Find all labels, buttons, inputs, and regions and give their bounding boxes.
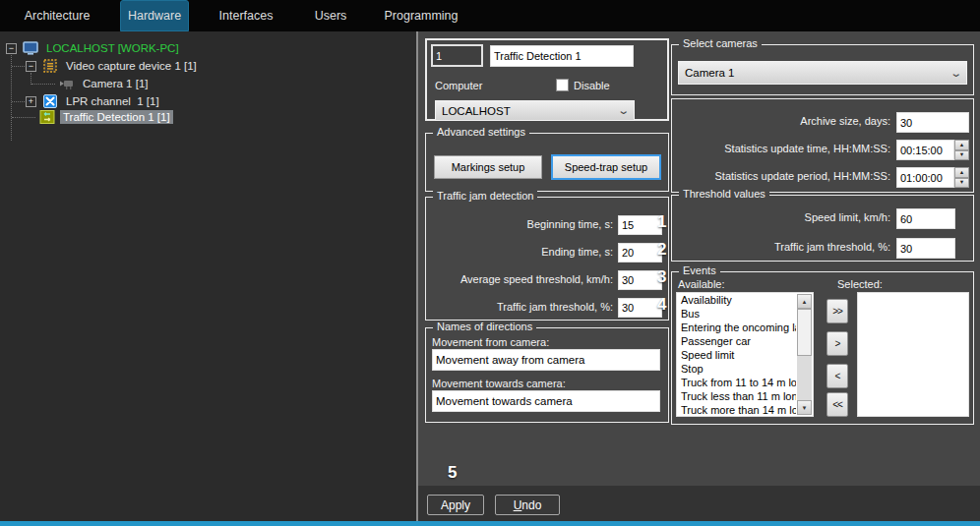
list-item[interactable]: Entering the oncoming lane <box>677 321 796 334</box>
archive-size-label: Archive size, days: <box>682 115 890 127</box>
tab-users[interactable]: Users <box>307 0 354 31</box>
scroll-down-icon[interactable]: ▼ <box>797 400 812 415</box>
disable-label: Disable <box>574 80 610 91</box>
computer-icon <box>23 41 38 55</box>
annotation-2: 2 <box>657 240 666 260</box>
events-title: Events <box>679 264 720 276</box>
scrollbar-thumb[interactable] <box>797 309 812 356</box>
beginning-time-label: Beginning time, s: <box>436 218 613 230</box>
advanced-settings-group: Advanced settings Markings setup Speed-t… <box>425 133 669 192</box>
lpr-icon <box>42 94 58 108</box>
annotation-3: 3 <box>657 267 666 287</box>
movement-towards-camera-label: Movement towards camera: <box>432 378 566 389</box>
list-item[interactable]: Truck more than 14 m long <box>677 403 796 417</box>
tree-row-camera[interactable]: Camera 1 [1] <box>59 76 151 91</box>
move-right-button[interactable]: > <box>827 331 848 356</box>
archive-size-input[interactable] <box>896 112 969 133</box>
action-bar: Apply Undo <box>418 486 980 521</box>
tree-row-traffic-detection[interactable]: Traffic Detection 1 [1] <box>39 109 173 125</box>
chevron-down-icon: ⌄ <box>617 104 630 117</box>
apply-button[interactable]: Apply <box>427 495 484 515</box>
scrollbar[interactable]: ▲ ▼ <box>797 294 812 415</box>
tree-row-video-capture-device[interactable]: − Video capture device 1 [1] <box>26 58 200 74</box>
tab-hardware[interactable]: Hardware <box>120 0 189 31</box>
collapse-expander-icon[interactable]: − <box>6 43 17 54</box>
undo-rest: ndo <box>521 498 541 512</box>
advanced-settings-title: Advanced settings <box>433 126 529 138</box>
top-tab-bar: Architecture Hardware Interfaces Users P… <box>0 0 980 31</box>
disable-checkbox[interactable] <box>556 79 569 91</box>
list-item[interactable]: Truck from 11 to 14 m long <box>677 376 796 389</box>
name-field[interactable] <box>490 45 634 67</box>
annotation-5: 5 <box>448 463 457 483</box>
select-cameras-title: Select cameras <box>679 37 762 49</box>
undo-button[interactable]: Undo <box>495 495 560 515</box>
available-events-list[interactable]: Availability Bus Entering the oncoming l… <box>676 292 814 417</box>
threshold-values-group: Threshold values Speed limit, km/h: Traf… <box>671 195 974 262</box>
average-speed-threshold-input[interactable] <box>618 270 662 290</box>
selected-events-list[interactable] <box>857 292 969 417</box>
names-of-directions-group: Names of directions Movement from camera… <box>425 327 669 423</box>
beginning-time-input[interactable] <box>618 215 662 235</box>
spin-up-icon[interactable]: ▲ <box>954 167 969 178</box>
select-cameras-group: Select cameras Camera 1 ⌄ <box>671 44 974 95</box>
traffic-jam-detection-title: Traffic jam detection <box>433 190 537 202</box>
statistics-update-period-input[interactable] <box>896 167 954 188</box>
spin-up-icon[interactable]: ▲ <box>954 140 969 150</box>
available-label: Available: <box>678 278 725 290</box>
computer-label: Computer <box>435 80 482 91</box>
tab-programming[interactable]: Programming <box>382 0 460 31</box>
statistics-update-time-label: Statistics update time, HH:MM:SS: <box>682 143 890 154</box>
id-field[interactable] <box>431 44 483 67</box>
annotation-1: 1 <box>657 212 666 232</box>
chevron-down-icon: ⌄ <box>949 67 962 80</box>
tree-item-label[interactable]: LPR channel 1 [1] <box>63 94 162 108</box>
tree-row-localhost[interactable]: − LOCALHOST [WORK-PC] <box>6 40 182 56</box>
threshold-traffic-jam-input[interactable] <box>896 238 955 259</box>
scroll-up-icon[interactable]: ▲ <box>797 294 812 309</box>
traffic-jam-threshold-input[interactable] <box>618 298 662 318</box>
list-item[interactable]: Bus <box>677 307 796 321</box>
tab-interfaces[interactable]: Interfaces <box>213 0 279 31</box>
speed-trap-setup-button[interactable]: Speed-trap setup <box>551 154 661 180</box>
spin-down-icon[interactable]: ▼ <box>954 150 969 161</box>
tree-row-lpr-channel[interactable]: + LPR channel 1 [1] <box>26 93 162 109</box>
list-item[interactable]: Stop <box>677 362 796 376</box>
expand-expander-icon[interactable]: + <box>26 96 36 107</box>
traffic-jam-detection-group: Traffic jam detection Beginning time, s:… <box>425 197 669 321</box>
speed-limit-label: Speed limit, km/h: <box>682 211 890 223</box>
statistics-update-time-input[interactable] <box>896 140 954 160</box>
traffic-detection-icon <box>39 110 55 124</box>
list-item[interactable]: Speed limit <box>677 348 796 362</box>
statistics-update-time-spinner[interactable]: ▲▼ <box>954 140 969 160</box>
tree-item-label[interactable]: LOCALHOST [WORK-PC] <box>43 41 182 55</box>
computer-dropdown[interactable]: LOCALHOST ⌄ <box>435 100 635 121</box>
move-all-right-button[interactable]: >> <box>827 299 848 323</box>
hardware-tree-panel: − LOCALHOST [WORK-PC] − Video capture de… <box>0 31 416 521</box>
statistics-update-period-label: Statistics update period, HH:MM:SS: <box>682 170 890 182</box>
collapse-expander-icon[interactable]: − <box>26 61 36 72</box>
tab-architecture[interactable]: Architecture <box>20 0 94 31</box>
tree-item-label[interactable]: Camera 1 [1] <box>80 77 151 90</box>
ending-time-label: Ending time, s: <box>436 246 613 258</box>
tree-item-label-selected[interactable]: Traffic Detection 1 [1] <box>60 110 173 124</box>
movement-towards-camera-input[interactable] <box>432 390 660 412</box>
move-left-button[interactable]: < <box>827 364 848 388</box>
spin-down-icon[interactable]: ▼ <box>954 178 969 189</box>
ending-time-input[interactable] <box>618 243 662 263</box>
tree-connector <box>12 117 35 118</box>
list-item[interactable]: Passenger car <box>677 334 796 348</box>
markings-setup-button[interactable]: Markings setup <box>434 155 542 179</box>
traffic-detection-config-panel: Computer Disable LOCALHOST ⌄ Advanced se… <box>418 31 980 486</box>
camera-dropdown[interactable]: Camera 1 ⌄ <box>678 61 967 85</box>
list-item[interactable]: Availability <box>677 293 796 307</box>
tree-item-label[interactable]: Video capture device 1 [1] <box>63 59 200 73</box>
tree-connector <box>11 55 12 141</box>
speed-limit-input[interactable] <box>896 208 955 229</box>
movement-from-camera-input[interactable] <box>432 349 660 371</box>
statistics-update-period-spinner[interactable]: ▲▼ <box>954 167 969 188</box>
move-all-left-button[interactable]: << <box>827 392 848 417</box>
events-group: Events Available: Selected: Availability… <box>671 271 974 425</box>
list-item[interactable]: Truck less than 11 m long <box>677 389 796 403</box>
annotation-4: 4 <box>657 295 666 315</box>
